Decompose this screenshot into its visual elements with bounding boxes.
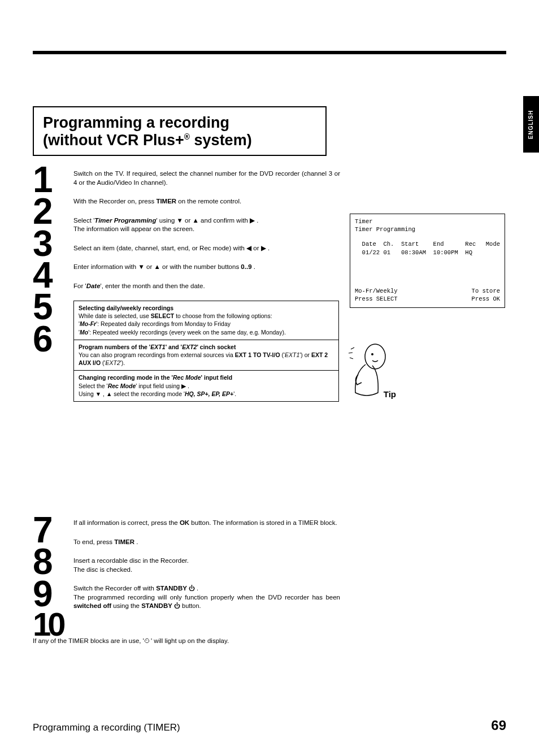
step1-text: Switch on the TV. If required, select th… xyxy=(73,170,340,187)
osd-screen: Timer Timer Programming Mode Date Ch. St… xyxy=(350,214,505,308)
language-tab: ENGLISH xyxy=(523,96,539,153)
language-tab-label: ENGLISH xyxy=(528,110,534,138)
title-line1: Programming a recording xyxy=(43,114,316,132)
tip-section3: Changing recording mode in the 'Rec Mode… xyxy=(74,370,338,401)
standby-icon: ⏻ button. xyxy=(172,602,201,609)
standby-icon: ⏻ . xyxy=(187,585,198,592)
step4-text: Select an item (date, channel, start, en… xyxy=(73,244,340,253)
section-title-box: Programming a recording (without VCR Plu… xyxy=(33,106,327,156)
osd-subtitle: Timer Programming xyxy=(355,225,500,233)
page-footer-title: Programming a recording (TIMER) xyxy=(33,722,180,733)
tip-section1: Selecting daily/weekly recordings While … xyxy=(74,301,338,340)
osd-footer2: Press SELECTPress OK xyxy=(355,295,500,303)
registered-mark: ® xyxy=(184,132,190,141)
step10-text: Switch the Recorder off with STANDBY ⏻ .… xyxy=(73,584,340,611)
step8-text: To end, press TIMER . xyxy=(73,538,340,547)
step5-text: Enter information with ▼ or ▲ or with th… xyxy=(73,263,340,272)
title-line2: (without VCR Plus+® system) xyxy=(43,132,316,149)
step6-text: For 'Date', enter the month and then the… xyxy=(73,282,340,291)
osd-hdr2: Mode xyxy=(375,240,500,248)
page-number: 69 xyxy=(491,718,506,733)
step3-text: Select 'Timer Programming' using ▼ or ▲ … xyxy=(73,216,340,234)
tip-box: Selecting daily/weekly recordings While … xyxy=(73,301,339,402)
tip-s1-head: Selecting daily/weekly recordings xyxy=(79,305,173,311)
tip-label: Tip xyxy=(384,389,396,400)
step2-text: With the Recorder on, press TIMER on the… xyxy=(73,197,340,206)
step9-text: Insert a recordable disc in the Recorder… xyxy=(73,557,340,574)
svg-point-1 xyxy=(371,353,373,355)
osd-row: 01/22 01 08:30AM 10:00PM HQ xyxy=(355,249,500,257)
step-num-6: 6 xyxy=(33,323,72,355)
step-numbers-top: 1 2 3 4 5 6 xyxy=(33,164,72,355)
svg-point-0 xyxy=(365,344,385,369)
timer-icon: ⏲ xyxy=(144,637,151,644)
title-line2a: (without VCR Plus+ xyxy=(43,132,184,149)
osd-title: Timer xyxy=(355,218,500,225)
title-line2b: system) xyxy=(190,132,252,149)
header-rule xyxy=(33,51,506,54)
step-text-bottom: If all information is correct, press the… xyxy=(73,519,340,621)
tip-section2: Program numbers of the 'EXT1' and 'EXT2'… xyxy=(74,340,338,371)
step7-text: If all information is correct, press the… xyxy=(73,519,340,528)
osd-footer1: Mo-Fr/WeeklyTo store xyxy=(355,287,500,295)
closing-note: If any of the TIMER blocks are in use, '… xyxy=(33,637,229,644)
step-text-top: Switch on the TV. If required, select th… xyxy=(73,170,340,402)
